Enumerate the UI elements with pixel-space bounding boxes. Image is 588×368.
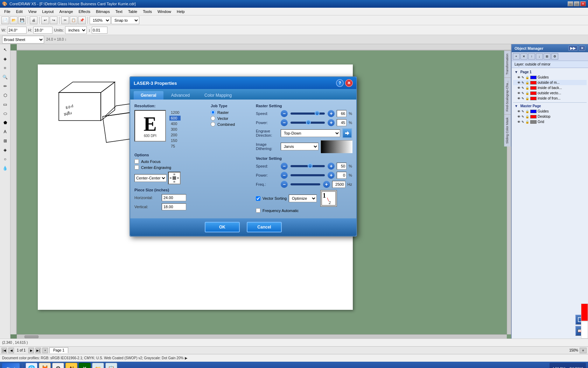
menu-bitmaps[interactable]: Bitmaps	[93, 9, 113, 14]
horizontal-input[interactable]	[162, 194, 186, 201]
om-master-desktop[interactable]: 👁 ✎ 🔒 Desktop	[513, 114, 587, 119]
res-400[interactable]: 400	[169, 121, 181, 126]
snap-dropdown[interactable]: Snap to	[111, 16, 139, 24]
transformation-tab[interactable]: Transformation	[504, 50, 511, 77]
undo-button[interactable]: ↩	[41, 16, 49, 24]
height-input[interactable]: 18.0°	[33, 27, 52, 34]
om-close-btn[interactable]: ✕	[579, 46, 585, 51]
color-swatch-red[interactable]	[581, 304, 588, 321]
vector-power-plus[interactable]: +	[328, 172, 335, 179]
menu-window[interactable]: Window	[155, 9, 174, 14]
outline-tool[interactable]: ○	[1, 155, 9, 163]
om-expand-btn[interactable]: ▶▶	[568, 46, 578, 51]
vector-speed-minus[interactable]: −	[281, 163, 288, 170]
res-300[interactable]: 300	[169, 127, 181, 132]
om-layer-outside-vector[interactable]: 👁 ✎ 🔒 outside vecto...	[513, 90, 587, 96]
res-75[interactable]: 75	[169, 144, 181, 149]
center-engraving-item[interactable]: Center-Engraving	[134, 165, 204, 170]
cut-button[interactable]: ✂	[61, 16, 69, 24]
om-layer-inside-back[interactable]: 👁 ✎ 🔒 inside of back...	[513, 85, 587, 90]
redo-button[interactable]: ↪	[50, 16, 57, 24]
menu-file[interactable]: File	[1, 9, 13, 14]
om-delete-btn[interactable]: ✕	[520, 53, 527, 60]
polygon-tool[interactable]: ⬟	[1, 118, 9, 127]
combined-option[interactable]: Combined	[211, 122, 249, 127]
print-button[interactable]: 🖨	[30, 16, 37, 24]
find-scalograp-tab[interactable]: Find-Scalograp-Cha...	[504, 77, 511, 114]
vector-freq-plus[interactable]: +	[323, 181, 330, 188]
open-button[interactable]: 📂	[10, 16, 18, 24]
tab-general[interactable]: General	[134, 91, 163, 100]
minimize-button[interactable]: ─	[568, 1, 573, 6]
zoom-tool[interactable]: 🔍	[1, 73, 9, 81]
taskbar-corel[interactable]: X	[79, 363, 91, 368]
close-button[interactable]: ✕	[580, 1, 586, 6]
vector-sorting-checkbox[interactable]	[256, 196, 260, 201]
taskbar-firefox[interactable]: 🦊	[39, 363, 51, 368]
crop-tool[interactable]: ⌗	[1, 64, 9, 72]
vector-freq-track[interactable]	[290, 183, 320, 185]
res-1200[interactable]: 1200	[169, 110, 181, 115]
nudge-input[interactable]: 0.01	[92, 27, 107, 34]
rectangle-tool[interactable]: ▭	[1, 100, 9, 109]
tab-advanced[interactable]: Advanced	[164, 91, 197, 100]
res-150[interactable]: 150	[169, 138, 181, 143]
om-master-grid[interactable]: 👁 ✎ 🔒 Grid	[513, 119, 587, 124]
page-last-btn[interactable]: ▶|	[35, 348, 41, 353]
center-engraving-checkbox[interactable]	[134, 165, 139, 170]
position-dropdown[interactable]: Center-Center Top-Left	[134, 174, 167, 182]
raster-option[interactable]: Raster	[211, 110, 249, 115]
tab-color-mapping[interactable]: Color Mapping	[197, 91, 239, 100]
om-new-layer-btn[interactable]: +	[513, 53, 520, 60]
fill-tool[interactable]: ◈	[1, 146, 9, 154]
raster-speed-minus[interactable]: −	[281, 110, 288, 117]
om-master-guides[interactable]: 👁 ✎ 🔒 Guides	[513, 109, 587, 114]
scrollbar-horizontal[interactable]	[17, 334, 507, 339]
res-200[interactable]: 200	[169, 132, 181, 137]
color-swatch-white[interactable]	[581, 321, 588, 339]
menu-text[interactable]: Text	[113, 9, 125, 14]
ellipse-tool[interactable]: ⬭	[1, 109, 9, 118]
engrave-direction-flip-btn[interactable]	[342, 128, 352, 138]
om-master-page-title[interactable]: ▼ Master Page	[513, 102, 587, 109]
raster-power-track[interactable]	[290, 122, 325, 124]
page-tab-1[interactable]: Page 1	[49, 347, 68, 353]
menu-edit[interactable]: Edit	[13, 9, 26, 14]
dialog-close-btn[interactable]: ✕	[345, 79, 353, 87]
raster-speed-track[interactable]	[290, 113, 325, 115]
vector-power-track[interactable]	[290, 174, 325, 176]
raster-radio[interactable]	[211, 110, 215, 115]
menu-tools[interactable]: Tools	[140, 9, 155, 14]
sliding-color-mask-tab[interactable]: Sliding Color Mask	[504, 114, 511, 146]
page-first-btn[interactable]: |◀	[1, 348, 7, 353]
vector-option[interactable]: Vector	[211, 116, 249, 121]
save-button[interactable]: 💾	[18, 16, 26, 24]
raster-power-plus[interactable]: +	[328, 119, 335, 126]
combined-radio[interactable]	[211, 122, 215, 127]
page-prev-btn[interactable]: ◀	[8, 348, 14, 353]
units-dropdown[interactable]: inches mm cm	[65, 26, 87, 34]
taskbar-ie[interactable]: 🌐	[26, 363, 37, 368]
om-move-down-btn[interactable]: ↓	[536, 53, 543, 60]
dialog-help-btn[interactable]: ?	[336, 79, 344, 87]
page-add-btn[interactable]: +	[42, 348, 48, 353]
dither-select[interactable]: Jarvis Floyd-Steinberg	[281, 143, 318, 150]
smart-fill-tool[interactable]: ⬡	[1, 91, 9, 100]
paste-button[interactable]: 📌	[78, 16, 86, 24]
ok-button[interactable]: OK	[205, 222, 240, 232]
shape-tool[interactable]: ◈	[1, 55, 9, 63]
new-button[interactable]: 📄	[1, 16, 9, 24]
menu-view[interactable]: View	[26, 9, 40, 14]
menu-table[interactable]: Table	[125, 9, 140, 14]
restore-button[interactable]: □	[574, 1, 580, 6]
engrave-direction-select[interactable]: Top-Down Bottom-Up	[281, 129, 340, 137]
om-layer-inside-front[interactable]: 👁 ✎ 🔒 inside of fron...	[513, 96, 587, 101]
taskbar-ai[interactable]: Ai	[65, 363, 77, 368]
om-layer-guides[interactable]: 👁 ✎ 🔒 Guides	[513, 75, 587, 80]
page-next-btn[interactable]: ▶	[28, 348, 34, 353]
raster-speed-plus[interactable]: +	[328, 110, 335, 117]
select-tool[interactable]: ↖	[1, 46, 9, 54]
raster-power-minus[interactable]: −	[281, 119, 288, 126]
copy-button[interactable]: 📋	[70, 16, 77, 24]
auto-focus-checkbox[interactable]	[134, 159, 139, 164]
